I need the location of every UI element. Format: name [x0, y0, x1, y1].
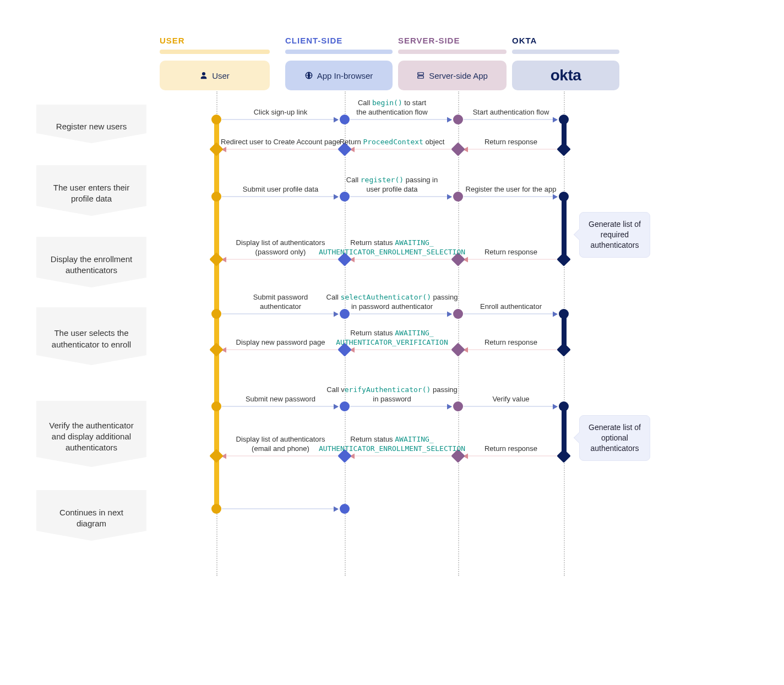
arrow-label: Verify value	[492, 395, 529, 404]
note-callout-0: Generate list ofrequiredauthenticators	[579, 212, 650, 258]
circle-marker	[211, 401, 221, 411]
column-header-client: CLIENT-SIDE	[285, 36, 342, 45]
diamond-marker	[209, 252, 223, 266]
diamond-marker	[557, 342, 570, 356]
arrow-label: Return status AWAITING_AUTHENTICATOR_VER…	[336, 329, 448, 347]
arrow	[464, 456, 557, 456]
lane-box-client: App In-browser	[285, 61, 393, 90]
column-header-user: USER	[160, 36, 185, 45]
arrow	[222, 149, 338, 150]
step-2: Display the enrollment authenticators	[36, 237, 146, 287]
diamond-marker	[451, 342, 465, 356]
arrow	[222, 314, 338, 314]
diamond-marker	[209, 342, 223, 356]
arrow-label: Return status AWAITING_AUTHENTICATOR_ENR…	[319, 238, 465, 257]
arrow	[350, 350, 451, 350]
server-icon	[417, 72, 424, 79]
arrow-label: Click sign-up link	[254, 108, 308, 117]
diamond-marker	[557, 449, 570, 463]
lane-box-okta: okta	[512, 61, 619, 90]
circle-marker	[559, 309, 569, 319]
arrow	[222, 509, 338, 509]
circle-marker	[340, 115, 350, 124]
svg-point-4	[418, 77, 419, 77]
diamond-marker	[557, 252, 570, 266]
arrow	[350, 259, 451, 260]
step-5: Continues in next diagram	[36, 490, 146, 541]
arrow	[464, 259, 557, 260]
arrow-label: Submit user profile data	[243, 185, 318, 194]
arrow-label: Start authentication flow	[473, 108, 549, 117]
diamond-marker	[451, 142, 465, 156]
arrow	[464, 406, 557, 407]
circle-marker	[340, 504, 350, 514]
globe-icon	[305, 72, 313, 79]
circle-marker	[211, 115, 221, 124]
arrow	[350, 406, 451, 407]
circle-marker	[559, 401, 569, 411]
lane-label: App In-browser	[317, 71, 373, 80]
arrow-label: Display new password page	[236, 338, 325, 347]
circle-marker	[453, 115, 463, 124]
step-3: The user selects the authenticator to en…	[36, 307, 146, 365]
arrow-label: Call verifyAuthenticator() passingin pas…	[326, 385, 457, 404]
arrow-label: Call selectAuthenticator() passingin pas…	[326, 293, 458, 312]
arrow	[350, 456, 451, 456]
activation-okta-2	[562, 197, 567, 259]
arrow-label: Enroll authenticator	[480, 302, 542, 312]
arrow-label: Call begin() to startthe authentication …	[356, 99, 427, 117]
arrow	[350, 149, 451, 150]
column-bar-user	[160, 50, 270, 54]
lane-label: User	[212, 71, 230, 80]
step-0: Register new users	[36, 105, 146, 143]
svg-point-3	[418, 73, 419, 74]
arrow-label: Submit passwordauthenticator	[253, 293, 308, 312]
column-bar-server	[398, 50, 507, 54]
arrow-label: Return response	[484, 338, 537, 347]
lane-box-user: User	[160, 61, 270, 90]
arrow	[222, 119, 338, 120]
arrow-label: Return response	[484, 138, 537, 147]
arrow	[464, 119, 557, 120]
arrow	[222, 406, 338, 407]
diamond-marker	[557, 142, 570, 156]
circle-marker	[453, 192, 463, 202]
arrow-label: Redirect user to Create Account page	[221, 138, 340, 147]
lane-box-server: Server-side App	[398, 61, 507, 90]
arrow-label: Return ProceedContext object	[340, 138, 445, 147]
arrow-label: Display list of authenticators(email and…	[236, 435, 325, 454]
okta-logo: okta	[551, 67, 581, 84]
arrow-label: Register the user for the app	[466, 185, 557, 194]
step-4: Verify the authenticator and display add…	[36, 401, 146, 467]
lifeline-server	[458, 91, 459, 576]
column-header-server: SERVER-SIDE	[398, 36, 460, 45]
lane-label: Server-side App	[429, 71, 488, 80]
arrow	[350, 119, 451, 120]
arrow	[222, 259, 338, 260]
circle-marker	[211, 192, 221, 202]
arrow	[464, 350, 557, 350]
column-header-okta: OKTA	[512, 36, 537, 45]
arrow-label: Return response	[484, 248, 537, 257]
column-bar-client	[285, 50, 393, 54]
arrow	[350, 314, 451, 314]
user-icon	[200, 72, 208, 79]
arrow-label: Submit new password	[246, 395, 315, 404]
arrow-label: Return response	[484, 444, 537, 454]
diamond-marker	[209, 449, 223, 463]
circle-marker	[559, 115, 569, 124]
activation-okta-4	[562, 406, 567, 456]
column-bar-okta	[512, 50, 619, 54]
arrow-label: Call register() passing inuser profile d…	[346, 176, 438, 194]
circle-marker	[211, 309, 221, 319]
arrow	[222, 197, 338, 197]
note-callout-1: Generate list ofoptionalauthenticators	[579, 415, 650, 461]
arrow	[464, 314, 557, 314]
arrow	[222, 456, 338, 456]
step-1: The user enters their profile data	[36, 165, 146, 216]
circle-marker	[211, 504, 221, 514]
arrow-label: Display list of authenticators(password …	[236, 238, 325, 257]
arrow	[464, 197, 557, 197]
arrow-label: Return status AWAITING_AUTHENTICATOR_ENR…	[319, 435, 465, 454]
arrow	[350, 197, 451, 197]
